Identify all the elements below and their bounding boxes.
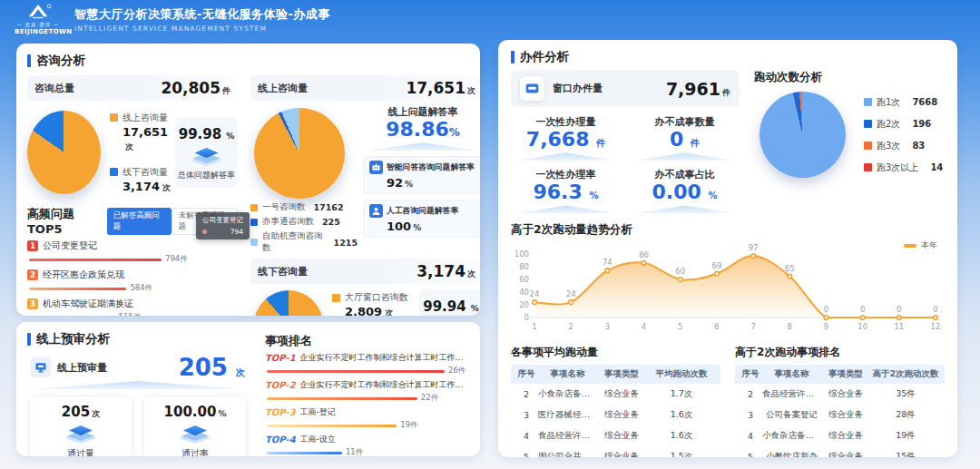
svg-text:60: 60 xyxy=(675,267,685,276)
legend-color-swatch xyxy=(864,163,872,171)
rank-top-label: TOP-2 xyxy=(265,380,296,390)
faq-item-bar xyxy=(29,288,126,290)
col-header: 序号 xyxy=(739,368,762,380)
person-icon xyxy=(369,204,383,218)
rank-item-value: 19件 xyxy=(400,420,417,431)
legend-color-swatch xyxy=(864,142,872,150)
svg-text:0: 0 xyxy=(524,313,529,322)
legend-item: 一号咨询数 17162 xyxy=(250,201,358,213)
item-rank-list: TOP-1 企业实行不定时工作制和综合计算工时工作制-新办 26件 TOP-2 … xyxy=(265,352,469,456)
online-channel-legend: 一号咨询数 17162 亦事通咨询数 225 xyxy=(250,201,358,254)
svg-text:24: 24 xyxy=(530,290,540,299)
manual-qa-rate-box: 人工咨询问题解答率 100% xyxy=(363,200,480,238)
rank-item-bar xyxy=(267,370,445,373)
legend-item: 跑3次 83 xyxy=(864,140,943,152)
rank-list-item[interactable]: TOP-4 工商-设立 11件 xyxy=(265,434,469,456)
stat-value: 96.3 % xyxy=(511,181,621,203)
rank-list-item[interactable]: TOP-2 企业实行不定时工作制和综合计算工时工作制-延续 22件 xyxy=(265,379,469,404)
case-stat: 办不成事占比 0.00 % xyxy=(630,168,740,213)
stat-value: 0 件 xyxy=(630,129,740,151)
legend-color-swatch xyxy=(250,219,258,226)
legend-color-swatch xyxy=(110,168,118,176)
faq-list-item[interactable]: 3 机动车驾驶证期满换证 515件 xyxy=(27,298,238,316)
offline-channel-pie-chart[interactable] xyxy=(254,290,323,316)
run-count-legend: 跑1次 7668 跑2次 196 跑3次 83 xyxy=(864,96,943,174)
trend-legend: 本年 xyxy=(904,239,937,251)
offline-consult-bar: 线下咨询量 3,174次 xyxy=(250,259,480,284)
legend-line-swatch xyxy=(904,244,916,248)
preaudit-panel: 线上预审分析 线上预审量 205 次 205次 通过量 100.00% 通 xyxy=(16,322,480,456)
legend-value: 83 xyxy=(912,141,925,151)
svg-text:69: 69 xyxy=(711,261,721,270)
cell-no: 5 xyxy=(514,452,538,457)
svg-text:9: 9 xyxy=(824,322,828,331)
table-body: 2 食品经营许可新办 综合业务 35件 3 公司备案登记 综合业务 28件 xyxy=(735,384,945,457)
cell-name: 小食杂店备案新办 xyxy=(538,388,597,400)
avg-run-table-title: 各事项平均跑动量 xyxy=(511,345,720,360)
brand-cn: — 北京·亦庄 — xyxy=(15,22,62,28)
case-stat: 一次性办理量 7,668 件 xyxy=(511,115,621,161)
svg-text:10: 10 xyxy=(858,322,867,331)
ridge-decoration xyxy=(366,142,480,151)
col-header: 高于2次跑动次数 xyxy=(870,368,941,380)
legend-series-name: 本年 xyxy=(921,239,937,251)
legend-color-swatch xyxy=(110,113,118,122)
chart-tooltip: 公司变更登记 794 xyxy=(196,212,250,239)
avg-run-table: 序号 事项名称 事项类型 平均跑动次数 2 小食杂店备案新办 综合业务 1.7次 xyxy=(511,365,720,457)
faq-list-item[interactable]: 2 经开区惠企政策兑现 584件 xyxy=(27,269,238,294)
table-row: 5 小餐饮店新办 综合业务 15件 xyxy=(735,446,945,457)
cell-value: 1.7次 xyxy=(646,388,717,400)
legend-color-swatch xyxy=(250,204,258,211)
cell-no: 2 xyxy=(739,389,762,399)
stat-value: 205 xyxy=(62,404,90,420)
logo-icon xyxy=(24,4,52,19)
manual-qa-rate-label: 人工咨询问题解答率 xyxy=(387,206,458,217)
faq-item-label: 机动车驾驶证期满换证 xyxy=(43,298,133,310)
consult-total-unit: 件 xyxy=(222,86,230,95)
rank-item-value: 11件 xyxy=(346,447,363,456)
legend-color-swatch xyxy=(864,120,872,128)
col-header: 事项类型 xyxy=(597,368,646,380)
table-row: 2 食品经营许可新办 综合业务 35件 xyxy=(735,384,945,405)
offline-channel-legend: 大厅窗口咨询数 2,809次 亦企服务港咨询 365次 xyxy=(332,291,419,316)
trend-line-chart[interactable]: 0204060801001234567891011122424748660699… xyxy=(511,239,945,337)
rank-item-label: 企业实行不定时工作制和综合计算工时工作制-新办 xyxy=(300,352,469,364)
table-row: 2 小食杂店备案新办 综合业务 1.7次 xyxy=(511,384,720,405)
window-volume-label: 窗口办件量 xyxy=(553,82,603,95)
cell-type: 综合业务 xyxy=(821,430,870,442)
preaudit-volume-value: 205 次 xyxy=(179,356,245,379)
offline-rate-unit: % xyxy=(471,304,479,313)
faq-top5-list: 1 公司变更登记 794件 2 经开区惠企政策兑现 xyxy=(27,239,238,316)
legend-item: 大厅窗口咨询数 2,809次 xyxy=(332,291,419,316)
ridge-decoration xyxy=(33,381,243,389)
rank-item-label: 工商-设立 xyxy=(300,434,336,445)
stat-value: 0.00 % xyxy=(630,181,740,203)
solved-faq-button[interactable]: 已解答高频问题 xyxy=(107,208,172,235)
table-body: 2 小食杂店备案新办 综合业务 1.7次 3 医疗器械经营许... 综合业务 1… xyxy=(511,384,720,457)
legend-value: 7668 xyxy=(912,97,937,107)
consult-total-pie-chart[interactable] xyxy=(27,111,101,194)
faq-list-item[interactable]: 1 公司变更登记 794件 xyxy=(27,239,238,265)
svg-text:7: 7 xyxy=(750,322,755,331)
svg-text:0: 0 xyxy=(824,305,828,314)
case-stat: 一次性办理率 96.3 % xyxy=(511,168,621,213)
rank-list-item[interactable]: TOP-1 企业实行不定时工作制和综合计算工时工作制-新办 26件 xyxy=(265,352,469,376)
consult-total-label: 咨询总量 xyxy=(34,82,74,95)
online-channel-pie-chart[interactable] xyxy=(254,108,345,199)
rank-list-item[interactable]: TOP-3 工商-登记 19件 xyxy=(265,406,469,431)
legend-label: 跑3次以上 xyxy=(877,161,918,174)
over2-table-title: 高于2次跑动事项排名 xyxy=(735,345,945,360)
svg-text:100: 100 xyxy=(514,249,529,259)
col-header: 事项名称 xyxy=(762,368,821,380)
title-accent-bar xyxy=(511,51,514,64)
run-count-pie-chart[interactable] xyxy=(760,92,846,178)
online-consult-unit: 次 xyxy=(467,86,475,95)
faq-item-value: 584件 xyxy=(130,283,152,294)
online-rate-label: 线上问题解答率 xyxy=(363,105,480,119)
legend-value: 196 xyxy=(912,119,931,129)
svg-text:40: 40 xyxy=(519,288,529,297)
ridge-decoration xyxy=(515,152,617,161)
cell-type: 综合业务 xyxy=(821,409,870,421)
stat-value: 100.00 xyxy=(164,404,217,420)
online-rate-value: 98.86% xyxy=(363,119,480,141)
